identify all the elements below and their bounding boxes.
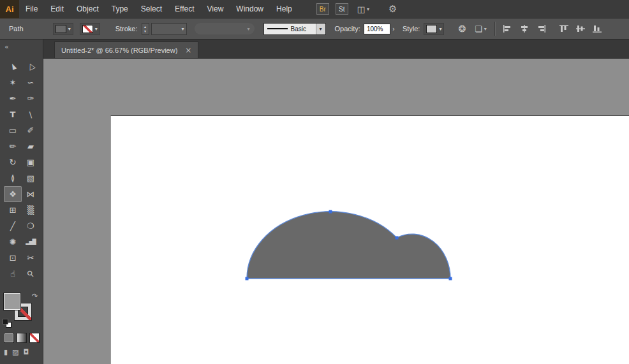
tool-rectangle[interactable]: ▭ xyxy=(4,122,22,138)
tool-free-transform[interactable]: ▧ xyxy=(22,170,40,186)
default-fill-stroke-icon[interactable] xyxy=(3,319,11,328)
default-stroke-swatch xyxy=(3,319,8,324)
graphic-style-dropdown[interactable]: ▾ xyxy=(424,23,444,35)
align-bottom-button[interactable] xyxy=(592,24,602,33)
tool-scale[interactable]: ▣ xyxy=(22,154,40,170)
menubar: Ai File Edit Object Type Select Effect V… xyxy=(0,0,629,18)
tool-perspective-grid[interactable]: ⋈ xyxy=(22,186,40,202)
align-right-button[interactable] xyxy=(536,24,546,33)
tool-eraser[interactable]: ▰ xyxy=(22,138,40,154)
tool-shape-builder[interactable]: ❖ xyxy=(4,186,22,202)
arrange-document-button[interactable]: ❏ ▾ xyxy=(475,24,487,34)
variable-width-profile-dropdown[interactable]: Basic ▾ xyxy=(263,23,326,35)
align-top-button[interactable] xyxy=(559,24,569,33)
tool-lasso[interactable]: ∽ xyxy=(22,75,40,91)
fill-color-dropdown[interactable]: ▾ xyxy=(53,23,73,35)
stroke-none-swatch xyxy=(82,25,93,33)
stock-button[interactable]: St xyxy=(336,3,348,15)
menu-effect[interactable]: Effect xyxy=(168,0,200,18)
menu-edit[interactable]: Edit xyxy=(44,0,70,18)
tool-line-segment[interactable]: \ xyxy=(22,106,40,122)
free-transform-tool-icon: ▧ xyxy=(27,173,34,183)
stepper-up-icon: ▴ xyxy=(144,24,146,29)
draw-normal-icon[interactable]: ▮ xyxy=(4,348,8,356)
menu-window[interactable]: Window xyxy=(230,0,270,18)
tool-pencil[interactable]: ✏ xyxy=(4,138,22,154)
anchor-point-bottom-left[interactable] xyxy=(246,277,249,280)
brush-definition-dropdown[interactable]: ▾ xyxy=(195,23,255,34)
recolor-artwork-button[interactable]: ❂ xyxy=(458,24,466,34)
color-button[interactable] xyxy=(4,333,14,343)
tool-curvature[interactable]: ✑ xyxy=(22,91,40,106)
tool-eyedropper[interactable]: ╱ xyxy=(4,218,22,234)
bridge-button[interactable]: Br xyxy=(316,3,329,15)
tool-column-graph[interactable]: ▂▅█ xyxy=(22,234,40,250)
tool-type[interactable]: T xyxy=(4,106,22,122)
align-top-icon xyxy=(559,24,569,33)
tool-pen[interactable]: ✒ xyxy=(4,91,22,106)
tool-width[interactable]: ≬ xyxy=(4,170,22,186)
chevron-down-icon: ▾ xyxy=(439,26,441,32)
align-center-button[interactable] xyxy=(519,24,529,33)
tool-slice[interactable]: ✂ xyxy=(22,250,40,266)
tool-blend[interactable]: ❍ xyxy=(22,218,40,234)
anchor-point-junction[interactable] xyxy=(396,237,399,240)
align-left-icon xyxy=(503,24,513,33)
tool-magic-wand[interactable]: ✶ xyxy=(4,75,22,91)
stroke-width-dropdown[interactable]: ▾ xyxy=(151,23,187,35)
workspace-switcher-button[interactable]: ◫ ▾ xyxy=(357,4,369,14)
anchor-point-top[interactable] xyxy=(329,210,332,214)
selection-context-label: Path xyxy=(9,25,24,33)
draw-behind-icon[interactable]: ▨ xyxy=(12,348,18,356)
curvature-tool-icon: ✑ xyxy=(27,94,34,103)
tool-symbol-sprayer[interactable]: ✺ xyxy=(4,234,22,250)
hand-tool-icon: ☝ xyxy=(10,269,15,279)
chevron-down-icon: ▾ xyxy=(367,6,369,12)
close-tab-icon[interactable]: × xyxy=(185,46,191,55)
illustrator-window: Ai File Edit Object Type Select Effect V… xyxy=(0,0,629,364)
tool-selection[interactable]: ► xyxy=(4,59,22,75)
tool-direct-selection[interactable]: ▷ xyxy=(22,59,40,75)
style-label: Style: xyxy=(403,25,420,33)
width-tool-icon: ≬ xyxy=(11,173,15,183)
align-left-button[interactable] xyxy=(503,24,513,33)
menu-view[interactable]: View xyxy=(201,0,230,18)
fill-color-swatch xyxy=(56,25,66,33)
document-tab[interactable]: Untitled-2* @ 66.67% (RGB/Preview) × xyxy=(54,41,198,58)
chevron-down-icon: ▾ xyxy=(95,26,98,32)
tool-rotate[interactable]: ↻ xyxy=(4,154,22,170)
menu-select[interactable]: Select xyxy=(135,0,168,18)
document-tab-title: Untitled-2* @ 66.67% (RGB/Preview) xyxy=(61,47,177,54)
canvas-area[interactable] xyxy=(43,59,629,364)
stroke-color-dropdown[interactable]: ▾ xyxy=(80,23,100,35)
draw-inside-icon[interactable]: ◘ xyxy=(23,348,29,356)
tool-mesh[interactable]: ⊞ xyxy=(4,202,22,218)
anchor-point-bottom-right[interactable] xyxy=(449,277,452,280)
menu-object[interactable]: Object xyxy=(70,0,105,18)
menu-file[interactable]: File xyxy=(19,0,44,18)
tool-zoom[interactable]: ⚲ xyxy=(22,266,40,282)
tool-artboard[interactable]: ⊡ xyxy=(4,250,22,266)
collapse-panel-icon[interactable]: « xyxy=(4,43,9,51)
align-middle-button[interactable] xyxy=(575,24,586,33)
services-button[interactable]: ⚙ xyxy=(389,3,397,15)
opacity-input[interactable]: 100% xyxy=(364,24,390,34)
menu-type[interactable]: Type xyxy=(105,0,135,18)
lasso-tool-icon: ∽ xyxy=(27,78,34,87)
gradient-button[interactable] xyxy=(17,333,27,343)
fill-color-indicator[interactable] xyxy=(4,293,20,310)
menu-help[interactable]: Help xyxy=(270,0,299,18)
none-button[interactable] xyxy=(29,333,40,343)
swap-fill-stroke-icon[interactable]: ↷ xyxy=(32,292,38,300)
cloud-shape[interactable] xyxy=(247,212,450,279)
stroke-style-value: Basic xyxy=(291,25,316,33)
tool-paintbrush[interactable]: ✐ xyxy=(22,122,40,138)
app-logo: Ai xyxy=(0,0,19,18)
pencil-tool-icon: ✏ xyxy=(10,142,17,151)
tool-hand[interactable]: ☝ xyxy=(4,266,22,282)
stroke-width-stepper[interactable]: ▴ ▾ xyxy=(142,23,149,35)
opacity-popup-icon[interactable]: › xyxy=(392,25,395,33)
tool-gradient[interactable]: ▒ xyxy=(22,202,40,218)
document-icon: ❏ xyxy=(475,24,482,34)
mesh-tool-icon: ⊞ xyxy=(10,205,17,215)
